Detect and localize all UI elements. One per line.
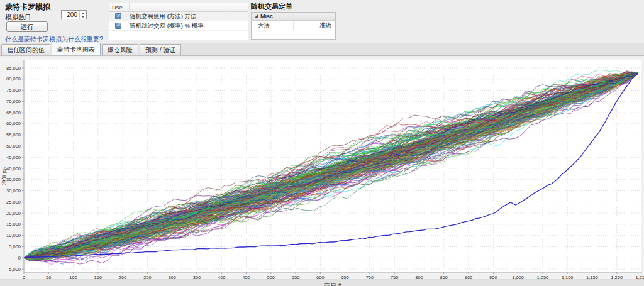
run-button[interactable]: 运行	[6, 21, 48, 32]
checkbox-checked-icon[interactable]	[115, 13, 121, 19]
y-tick-label: 45,000	[6, 155, 21, 160]
y-tick-label: 25,000	[6, 199, 21, 205]
y-tick-label: 80,000	[6, 76, 21, 82]
use-options-panel: Use 随机交易使用 (方法) 方法 随机跳过交易 (概率) % 概率	[109, 3, 248, 40]
y-tick-label: 55,000	[6, 132, 21, 138]
tab-bar: 信任区间的值 蒙特卡洛图表 爆仓风险 预测 / 验证	[0, 43, 644, 56]
y-tick-label: 5,000	[9, 244, 21, 250]
sim-count-stepper[interactable]: 200	[61, 10, 87, 19]
property-value[interactable]: 准确	[294, 21, 336, 30]
y-tick-label: 0	[18, 255, 21, 261]
y-tick-label: -5,000	[8, 267, 21, 272]
page-title: 蒙特卡罗模拟	[5, 2, 50, 13]
arrow-up-icon[interactable]	[81, 13, 85, 14]
tab-ruin-risk[interactable]: 爆仓风险	[102, 44, 138, 55]
y-tick-label: 35,000	[6, 177, 21, 182]
sim-count-value[interactable]: 200	[62, 11, 79, 18]
tab-confidence-intervals[interactable]: 信任区间的值	[1, 44, 50, 55]
use-row-random-method[interactable]: 随机交易使用 (方法) 方法	[109, 12, 248, 21]
property-name: 方法	[252, 21, 294, 30]
misc-group-label: Misc	[260, 13, 273, 19]
order-panel-title: 随机交易定单	[251, 2, 292, 11]
misc-group-header[interactable]: Misc	[252, 13, 335, 21]
y-tick-label: 10,000	[6, 233, 21, 238]
use-column-header: Use	[109, 3, 248, 12]
use-row-label: 随机跳过交易 (概率) % 概率	[130, 22, 204, 30]
use-row-skip-trades[interactable]: 随机跳过交易 (概率) % 概率	[109, 21, 248, 31]
y-tick-label: 20,000	[6, 211, 21, 216]
order-properties-panel: Misc 方法 准确	[251, 12, 336, 40]
y-tick-label: 85,000	[6, 65, 21, 71]
y-tick-label: 70,000	[6, 99, 21, 104]
bottom-strip	[0, 280, 644, 286]
stepper-arrows-icon[interactable]	[79, 11, 86, 19]
y-tick-label: 65,000	[6, 110, 21, 116]
tab-monte-carlo-chart[interactable]: 蒙特卡洛图表	[52, 43, 101, 55]
use-header-label: Use	[109, 3, 130, 11]
expander-triangle-icon[interactable]	[254, 14, 258, 18]
y-tick-label: 50,000	[6, 143, 21, 149]
use-row-label: 随机交易使用 (方法) 方法	[130, 13, 197, 21]
y-tick-label: 30,000	[6, 188, 21, 194]
y-tick-label: 60,000	[6, 121, 21, 126]
y-tick-label: 40,000	[6, 166, 21, 172]
tab-prediction-validation[interactable]: 预测 / 验证	[140, 44, 181, 55]
property-row[interactable]: 方法 准确	[252, 21, 335, 30]
monte-carlo-chart-svg: -5,00005,00010,00015,00020,00025,00030,0…	[0, 57, 644, 286]
checkbox-checked-icon[interactable]	[115, 23, 121, 29]
y-axis-title: 净值 ($)	[1, 167, 7, 185]
sim-count-label: 模拟数目	[5, 13, 31, 22]
monte-carlo-chart: -5,00005,00010,00015,00020,00025,00030,0…	[0, 57, 644, 286]
arrow-down-icon[interactable]	[81, 16, 85, 18]
y-tick-label: 75,000	[6, 87, 21, 93]
y-tick-label: 15,000	[6, 221, 21, 227]
x-axis-title: 交易 #	[324, 282, 342, 286]
